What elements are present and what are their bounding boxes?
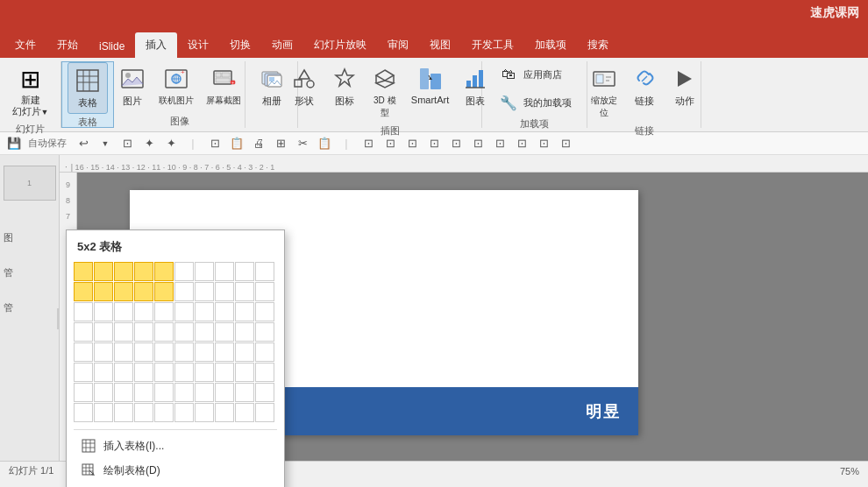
grid-cell[interactable] bbox=[134, 363, 153, 382]
grid-cell[interactable] bbox=[154, 403, 174, 422]
grid-cell[interactable] bbox=[255, 342, 274, 362]
grid-cell[interactable] bbox=[255, 302, 274, 321]
tb-icon-5[interactable]: 📋 bbox=[227, 134, 246, 153]
tab-design[interactable]: 设计 bbox=[177, 32, 219, 58]
tb-icon-10[interactable]: ⊡ bbox=[359, 134, 378, 153]
grid-cell[interactable] bbox=[94, 342, 113, 362]
grid-cell[interactable] bbox=[154, 322, 174, 342]
grid-cell[interactable] bbox=[195, 282, 214, 301]
draw-table-item[interactable]: 绘制表格(D) bbox=[74, 458, 277, 483]
tb-icon-6[interactable]: 🖨 bbox=[249, 134, 268, 153]
grid-cell[interactable] bbox=[235, 342, 254, 362]
tab-slideshow[interactable]: 幻灯片放映 bbox=[303, 32, 377, 58]
screenshot-button[interactable]: + 屏幕截图 bbox=[201, 61, 246, 110]
grid-cell[interactable] bbox=[114, 302, 133, 321]
grid-cell[interactable] bbox=[154, 383, 174, 402]
grid-cell[interactable] bbox=[134, 262, 153, 281]
new-slide-button[interactable]: ⊞ 新建幻灯片▼ bbox=[7, 61, 54, 121]
grid-cell[interactable] bbox=[215, 322, 234, 342]
undo-dropdown-icon[interactable]: ▼ bbox=[96, 134, 115, 153]
grid-cell[interactable] bbox=[134, 302, 153, 321]
grid-cell[interactable] bbox=[235, 383, 254, 402]
insert-table-item[interactable]: 插入表格(I)... bbox=[74, 434, 277, 458]
grid-cell[interactable] bbox=[94, 282, 113, 301]
tb-icon-19[interactable]: ⊡ bbox=[556, 134, 575, 153]
grid-cell[interactable] bbox=[94, 262, 113, 281]
grid-cell[interactable] bbox=[235, 403, 254, 422]
appstore-button[interactable]: 🛍 应用商店 bbox=[493, 61, 577, 88]
grid-cell[interactable] bbox=[94, 322, 113, 342]
tab-islide[interactable]: iSlide bbox=[89, 35, 135, 58]
tab-insert[interactable]: 插入 bbox=[135, 32, 177, 58]
grid-cell[interactable] bbox=[215, 383, 234, 402]
online-picture-button[interactable]: + 联机图片 bbox=[153, 61, 199, 110]
grid-cell[interactable] bbox=[114, 342, 133, 362]
grid-cell[interactable] bbox=[154, 302, 174, 321]
grid-cell[interactable] bbox=[235, 282, 254, 301]
grid-cell[interactable] bbox=[195, 302, 214, 321]
table-button[interactable]: 表格 bbox=[68, 62, 108, 114]
grid-cell[interactable] bbox=[134, 383, 153, 402]
grid-cell[interactable] bbox=[174, 302, 194, 321]
grid-cell[interactable] bbox=[215, 342, 234, 362]
shapes-button[interactable]: 形状 bbox=[285, 61, 324, 111]
grid-cell[interactable] bbox=[255, 322, 274, 342]
tb-icon-7[interactable]: ⊞ bbox=[271, 134, 290, 153]
grid-cell[interactable] bbox=[195, 322, 214, 342]
grid-cell[interactable] bbox=[215, 302, 234, 321]
grid-cell[interactable] bbox=[74, 282, 93, 301]
tab-review[interactable]: 审阅 bbox=[377, 32, 419, 58]
grid-cell[interactable] bbox=[215, 282, 234, 301]
tb-icon-4[interactable]: ⊡ bbox=[205, 134, 224, 153]
grid-cell[interactable] bbox=[195, 383, 214, 402]
grid-cell[interactable] bbox=[174, 363, 194, 382]
grid-cell[interactable] bbox=[255, 383, 274, 402]
icons-button[interactable]: 图标 bbox=[325, 61, 364, 111]
grid-cell[interactable] bbox=[255, 403, 274, 422]
grid-cell[interactable] bbox=[174, 403, 194, 422]
undo-icon[interactable]: ↩ bbox=[74, 134, 93, 153]
grid-cell[interactable] bbox=[134, 403, 153, 422]
tab-file[interactable]: 文件 bbox=[4, 32, 46, 58]
slide-thumbnail[interactable]: 1 bbox=[4, 166, 56, 201]
grid-cell[interactable] bbox=[74, 363, 93, 382]
tb-icon-9[interactable]: 📋 bbox=[315, 134, 334, 153]
action-button[interactable]: 动作 bbox=[665, 61, 704, 111]
grid-cell[interactable] bbox=[114, 282, 133, 301]
grid-cell[interactable] bbox=[74, 403, 93, 422]
grid-cell[interactable] bbox=[215, 403, 234, 422]
tb-icon-8[interactable]: ✂ bbox=[293, 134, 312, 153]
grid-cell[interactable] bbox=[195, 342, 214, 362]
grid-cell[interactable] bbox=[235, 363, 254, 382]
grid-cell[interactable] bbox=[114, 262, 133, 281]
tab-transition[interactable]: 切换 bbox=[219, 32, 261, 58]
grid-cell[interactable] bbox=[174, 262, 194, 281]
tb-icon-1[interactable]: ⊡ bbox=[117, 134, 137, 153]
grid-cell[interactable] bbox=[94, 302, 113, 321]
grid-cell[interactable] bbox=[195, 363, 214, 382]
tb-icon-14[interactable]: ⊡ bbox=[446, 134, 466, 153]
tab-search[interactable]: 搜索 bbox=[577, 32, 619, 58]
grid-cell[interactable] bbox=[74, 342, 93, 362]
grid-cell[interactable] bbox=[134, 282, 153, 301]
grid-cell[interactable] bbox=[74, 322, 93, 342]
tb-icon-3[interactable]: ✦ bbox=[161, 134, 181, 153]
grid-cell[interactable] bbox=[114, 363, 133, 382]
grid-cell[interactable] bbox=[94, 383, 113, 402]
grid-cell[interactable] bbox=[114, 322, 133, 342]
grid-cell[interactable] bbox=[74, 262, 93, 281]
grid-cell[interactable] bbox=[215, 363, 234, 382]
tb-icon-12[interactable]: ⊡ bbox=[402, 134, 422, 153]
grid-cell[interactable] bbox=[215, 262, 234, 281]
grid-cell[interactable] bbox=[255, 262, 274, 281]
grid-cell[interactable] bbox=[174, 282, 194, 301]
grid-cell[interactable] bbox=[74, 383, 93, 402]
grid-cell[interactable] bbox=[114, 383, 133, 402]
grid-cell[interactable] bbox=[154, 363, 174, 382]
link-button[interactable]: 链接 bbox=[625, 61, 664, 111]
tb-icon-17[interactable]: ⊡ bbox=[512, 134, 531, 153]
grid-cell[interactable] bbox=[235, 302, 254, 321]
tb-icon-13[interactable]: ⊡ bbox=[424, 134, 444, 153]
grid-cell[interactable] bbox=[235, 322, 254, 342]
grid-cell[interactable] bbox=[94, 403, 113, 422]
